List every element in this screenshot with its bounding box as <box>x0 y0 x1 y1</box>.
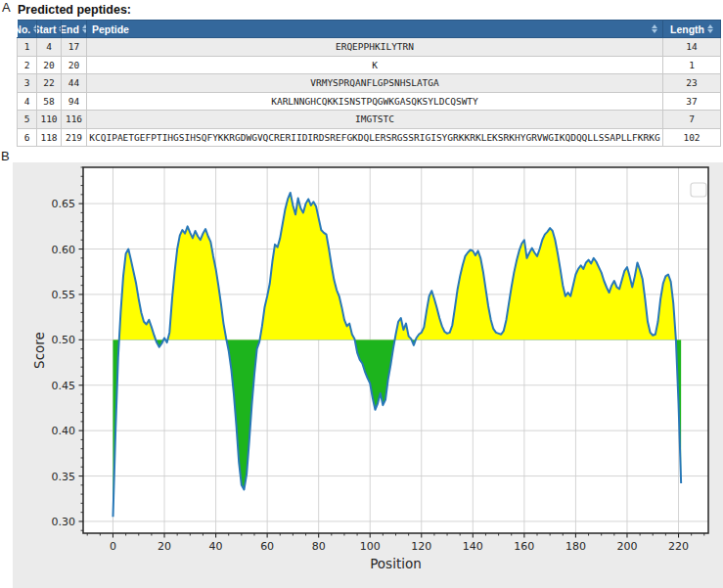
column-header-length[interactable]: Length <box>663 21 721 38</box>
x-tick-label: 40 <box>209 540 223 553</box>
y-axis-label: Score <box>31 332 47 369</box>
table-row: 6118219KCQIPAETGEFPTIHGSIHSQFYKKRGDWGVQC… <box>18 128 721 147</box>
cell-start: 118 <box>37 128 62 147</box>
column-label: Length <box>670 23 704 35</box>
cell-peptide: IMGTSTC <box>87 111 663 129</box>
y-tick-label: 0.60 <box>52 244 76 256</box>
cell-length: 102 <box>663 128 721 147</box>
cell-start: 58 <box>37 92 62 111</box>
cell-no: 2 <box>18 56 37 74</box>
score-plot-figure: 0204060801001201401601802002200.300.350.… <box>13 162 723 588</box>
table-row: 1417ERQEPPHKILYTRN14 <box>18 38 721 57</box>
cell-no: 4 <box>18 92 37 111</box>
y-tick-label: 0.35 <box>52 471 76 483</box>
panel-label-b: B <box>1 149 10 163</box>
cell-start: 22 <box>37 74 62 93</box>
cell-start: 20 <box>37 56 62 74</box>
y-tick-label: 0.50 <box>52 334 76 346</box>
cell-no: 5 <box>18 111 37 129</box>
y-tick-label: 0.40 <box>52 425 76 437</box>
cell-start: 110 <box>37 111 62 129</box>
sort-icon[interactable] <box>82 24 87 33</box>
x-tick-label: 0 <box>110 540 116 553</box>
column-label: Peptide <box>92 23 129 35</box>
column-label: Start <box>37 23 57 35</box>
x-tick-label: 120 <box>411 540 431 553</box>
cell-length: 14 <box>663 38 721 57</box>
cell-end: 44 <box>62 74 87 93</box>
panel-label-a: A <box>2 0 11 15</box>
cell-peptide: K <box>87 56 663 74</box>
cell-end: 219 <box>62 128 87 147</box>
column-header-end[interactable]: End <box>62 21 87 38</box>
x-tick-label: 60 <box>260 540 274 553</box>
cell-length: 1 <box>663 56 721 74</box>
x-tick-label: 220 <box>668 540 689 553</box>
x-tick-label: 80 <box>312 540 326 553</box>
x-tick-label: 100 <box>360 540 381 553</box>
x-tick-label: 160 <box>514 540 534 553</box>
column-header-no[interactable]: No. <box>18 21 37 38</box>
section-title: Predicted peptides: <box>18 3 131 17</box>
cell-peptide: ERQEPPHKILYTRN <box>87 38 663 57</box>
table-row: 45894KARLNNGHCQKKISNSTPQGWKGASQKSYLDCQSW… <box>18 92 721 111</box>
cell-no: 1 <box>18 38 37 57</box>
cell-peptide: VRMYSPRQANFLGPSNHSLATGA <box>87 74 663 93</box>
column-header-peptide[interactable]: Peptide <box>87 21 663 38</box>
x-tick-label: 140 <box>463 540 483 553</box>
predicted-peptides-table: No.StartEndPeptideLength 1417ERQEPPHKILY… <box>17 20 721 147</box>
column-label: End <box>62 23 79 35</box>
sort-icon[interactable] <box>707 24 713 33</box>
table-row: 5110116IMGTSTC7 <box>18 111 721 129</box>
y-tick-label: 0.65 <box>52 198 76 210</box>
cell-peptide: KARLNNGHCQKKISNSTPQGWKGASQKSYLDCQSWTY <box>87 92 663 111</box>
table-row: 22020K1 <box>18 56 721 74</box>
cell-length: 23 <box>663 74 721 93</box>
cell-length: 37 <box>663 92 721 111</box>
column-label: No. <box>18 23 31 35</box>
plot-area <box>83 167 708 533</box>
table-header-row: No.StartEndPeptideLength <box>18 21 721 38</box>
sort-icon[interactable] <box>652 24 657 33</box>
x-axis-label: Position <box>370 556 422 571</box>
cell-no: 3 <box>18 74 37 93</box>
y-tick-label: 0.55 <box>52 289 76 301</box>
cell-length: 7 <box>663 111 721 129</box>
x-tick-label: 20 <box>158 540 171 553</box>
cell-start: 4 <box>37 38 62 57</box>
x-tick-label: 180 <box>565 540 586 553</box>
y-tick-label: 0.45 <box>52 380 76 392</box>
x-tick-label: 200 <box>616 540 637 553</box>
cell-no: 6 <box>18 128 37 147</box>
legend-box <box>691 183 706 197</box>
table-row: 32244VRMYSPRQANFLGPSNHSLATGA23 <box>18 74 721 93</box>
y-tick-label: 0.30 <box>52 516 76 528</box>
column-header-start[interactable]: Start <box>37 21 62 38</box>
cell-end: 116 <box>62 111 87 129</box>
cell-end: 20 <box>62 56 87 74</box>
cell-end: 17 <box>62 38 87 57</box>
cell-peptide: KCQIPAETGEFPTIHGSIHSQFYKKRGDWGVQCRERIIDI… <box>87 128 663 147</box>
cell-end: 94 <box>62 92 87 111</box>
score-plot: 0204060801001201401601802002200.300.350.… <box>13 162 723 588</box>
